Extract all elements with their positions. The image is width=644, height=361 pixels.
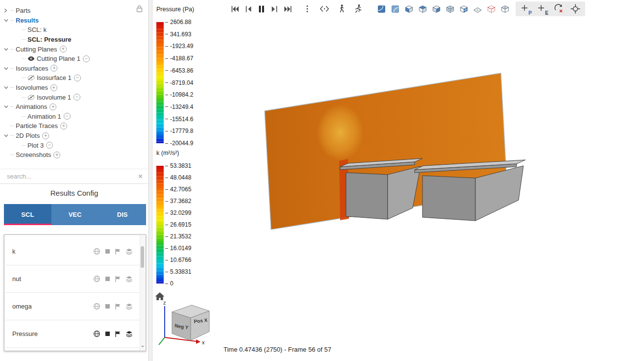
kebab-menu-icon[interactable] — [300, 2, 314, 16]
search-bar: × — [0, 169, 149, 184]
square-icon[interactable] — [105, 249, 110, 254]
globe-icon[interactable] — [93, 303, 100, 310]
tree-item-screenshots[interactable]: Screenshots+ — [2, 150, 142, 160]
legend-tick: -1923.49 — [165, 43, 193, 50]
tree-item-isosurface-1[interactable]: Isosurface 1− — [2, 73, 142, 83]
tree-item-isosurfaces[interactable]: Isosurfaces+ — [2, 64, 142, 74]
probe-point-icon[interactable]: P — [520, 3, 531, 15]
tree-item-isovolume-1[interactable]: Isovolume 1− — [2, 92, 142, 102]
field-row-pressure[interactable]: Pressure — [5, 320, 140, 348]
cube-right-shaded-icon[interactable] — [430, 2, 443, 16]
tree-item-animations[interactable]: Animations+ — [2, 102, 142, 112]
page-blue-icon[interactable] — [375, 2, 388, 16]
tab-vec[interactable]: VEC — [51, 204, 99, 225]
add-icon[interactable]: + — [42, 132, 49, 139]
sidebar-scrollbar[interactable] — [149, 0, 152, 361]
add-icon[interactable]: + — [53, 152, 60, 158]
chevron-down-icon[interactable] — [4, 48, 10, 51]
flag-icon[interactable] — [115, 276, 121, 283]
add-icon[interactable]: + — [60, 46, 67, 52]
add-icon[interactable]: + — [50, 65, 57, 72]
chevron-down-icon[interactable] — [4, 105, 10, 108]
eye-off-icon[interactable] — [27, 75, 35, 80]
layers-icon[interactable] — [125, 303, 133, 310]
step-forward-icon[interactable] — [268, 2, 281, 16]
cube-red-wireframe-icon[interactable] — [485, 2, 498, 16]
model-box-2[interactable] — [415, 160, 525, 221]
remove-icon[interactable]: − — [64, 113, 71, 120]
globe-icon[interactable] — [93, 275, 100, 283]
scrollbar-thumb[interactable] — [141, 246, 144, 268]
chevron-down-icon[interactable] — [4, 67, 10, 70]
square-icon[interactable] — [105, 304, 110, 309]
layers-icon[interactable] — [125, 331, 133, 337]
chevron-right-icon[interactable] — [4, 8, 10, 13]
field-row-omega[interactable]: omega — [5, 293, 140, 320]
page-light-icon[interactable] — [389, 2, 402, 16]
tree-item-particle-traces[interactable]: Particle Traces+ — [2, 121, 142, 131]
field-row-k[interactable]: k — [5, 238, 140, 265]
tab-scl[interactable]: SCL — [4, 204, 51, 225]
tree-item-cutting-plane-1[interactable]: Cutting Plane 1− — [2, 54, 142, 64]
add-icon[interactable]: + — [50, 103, 56, 110]
cube-mesh-right-icon[interactable] — [457, 2, 471, 16]
tree-item-results[interactable]: Results — [2, 16, 142, 26]
probe-edge-icon[interactable]: E — [536, 3, 548, 15]
scene-canvas[interactable] — [152, 0, 644, 361]
flag-icon[interactable] — [115, 331, 121, 337]
chevron-down-icon[interactable] — [4, 19, 10, 22]
skip-to-end-icon[interactable] — [281, 2, 295, 16]
walk-icon[interactable] — [335, 2, 348, 16]
search-input[interactable] — [6, 172, 138, 180]
tree-item-animation-1[interactable]: Animation 1− — [2, 112, 142, 122]
fields-scrollbar[interactable] — [140, 235, 145, 350]
skip-to-start-icon[interactable] — [228, 2, 242, 16]
cube-mesh-icon[interactable] — [444, 2, 457, 16]
remove-icon[interactable]: − — [46, 142, 53, 149]
flag-icon[interactable] — [115, 303, 121, 310]
chevron-down-icon[interactable] — [4, 134, 10, 137]
flag-icon[interactable] — [115, 248, 121, 255]
render-viewport[interactable]: Pressure (Pa)2606.88341.693-1923.49-4188… — [152, 0, 644, 361]
remove-icon[interactable]: − — [74, 75, 81, 81]
add-icon[interactable]: + — [60, 123, 67, 129]
code-icon[interactable] — [318, 2, 331, 16]
square-icon[interactable] — [105, 276, 110, 282]
field-row-nut[interactable]: nut — [5, 265, 140, 293]
remove-icon[interactable]: − — [74, 94, 80, 101]
legend-tick-label: 5.33831 — [170, 268, 191, 275]
tree-item-scl-pressure[interactable]: SCL: Pressure — [2, 35, 142, 45]
tree-item-parts[interactable]: Parts — [2, 6, 142, 16]
globe-icon[interactable] — [93, 248, 100, 255]
pause-icon[interactable] — [255, 2, 268, 16]
chevron-down-icon[interactable] — [4, 86, 10, 89]
plane-sheet-icon[interactable] — [471, 2, 484, 16]
layers-icon[interactable] — [125, 276, 133, 283]
tree-item-plot-3[interactable]: Plot 3− — [2, 140, 142, 150]
tree-item-2d-plots[interactable]: 2D Plots+ — [2, 131, 142, 141]
orientation-cube[interactable]: Neg Y Pos X — [172, 305, 209, 340]
orientation-widget[interactable]: z x Neg Y Pos X — [154, 289, 218, 351]
cube-top-shaded-icon[interactable] — [416, 2, 429, 16]
step-back-icon[interactable] — [242, 2, 255, 16]
tree-item-scl-k[interactable]: SCL: k — [2, 25, 142, 35]
square-icon[interactable] — [105, 331, 110, 336]
clear-probes-icon[interactable] — [553, 3, 565, 15]
cube-left-shaded-icon[interactable] — [402, 2, 416, 16]
tree-item-cutting-planes[interactable]: Cutting Planes+ — [2, 44, 142, 54]
layers-icon[interactable] — [125, 248, 133, 255]
field-actions — [93, 275, 133, 283]
run-icon[interactable] — [351, 2, 364, 16]
close-icon[interactable]: × — [138, 173, 143, 180]
eye-icon[interactable] — [27, 56, 35, 61]
cube-mesh-top-icon[interactable] — [498, 2, 512, 16]
globe-icon[interactable] — [93, 330, 100, 337]
center-target-icon[interactable] — [570, 3, 581, 15]
add-icon[interactable]: + — [50, 84, 57, 91]
legend-tick: -20044.9 — [165, 140, 193, 147]
tab-dis[interactable]: DIS — [99, 204, 146, 225]
remove-icon[interactable]: − — [83, 55, 90, 62]
tree-item-isovolumes[interactable]: Isovolumes+ — [2, 83, 142, 93]
home-icon[interactable] — [155, 292, 165, 300]
eye-off-icon[interactable] — [27, 95, 35, 100]
